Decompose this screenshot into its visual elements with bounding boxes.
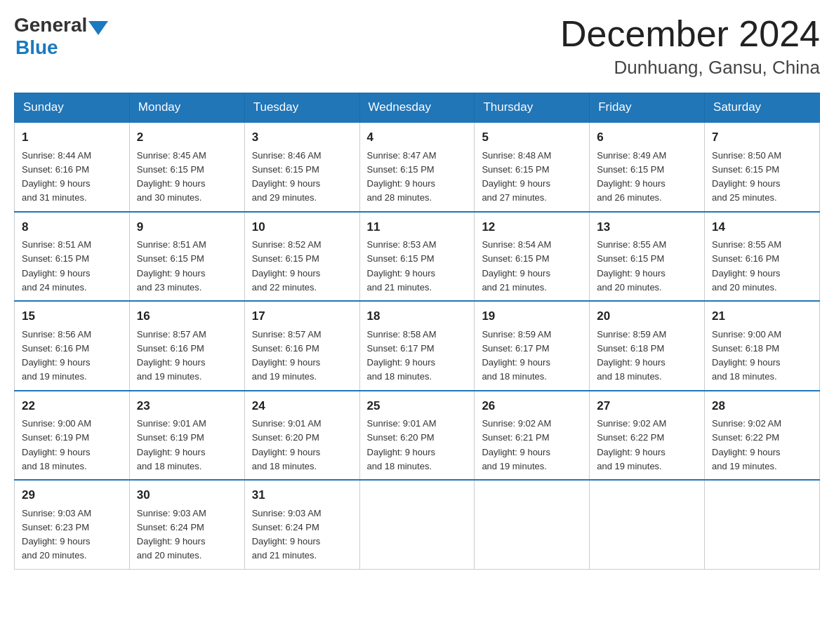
table-cell: 13 Sunrise: 8:55 AMSunset: 6:15 PMDaylig… [590, 212, 705, 302]
header-tuesday: Tuesday [244, 93, 359, 123]
day-number: 23 [137, 397, 237, 415]
day-number: 15 [22, 307, 122, 326]
table-cell: 12 Sunrise: 8:54 AMSunset: 6:15 PMDaylig… [475, 212, 590, 302]
table-cell: 31 Sunrise: 9:03 AMSunset: 6:24 PMDaylig… [244, 480, 359, 569]
page-header: General Blue December 2024 Dunhuang, Gan… [14, 14, 820, 79]
day-number: 22 [22, 397, 122, 415]
logo-general-text: General [14, 14, 87, 36]
day-info: Sunrise: 9:02 AMSunset: 6:22 PMDaylight:… [712, 418, 781, 471]
table-cell: 21 Sunrise: 9:00 AMSunset: 6:18 PMDaylig… [705, 301, 820, 391]
day-number: 20 [597, 307, 697, 326]
day-number: 28 [712, 397, 812, 415]
day-info: Sunrise: 8:47 AMSunset: 6:15 PMDaylight:… [367, 150, 437, 203]
day-info: Sunrise: 9:01 AMSunset: 6:19 PMDaylight:… [137, 418, 206, 471]
day-info: Sunrise: 9:02 AMSunset: 6:22 PMDaylight:… [597, 418, 666, 471]
day-number: 29 [22, 486, 122, 504]
day-number: 1 [22, 128, 122, 147]
day-info: Sunrise: 8:55 AMSunset: 6:15 PMDaylight:… [597, 239, 666, 293]
table-cell: 20 Sunrise: 8:59 AMSunset: 6:18 PMDaylig… [590, 301, 705, 391]
day-info: Sunrise: 8:45 AMSunset: 6:15 PMDaylight:… [137, 150, 206, 203]
table-cell: 18 Sunrise: 8:58 AMSunset: 6:17 PMDaylig… [359, 301, 475, 391]
header-thursday: Thursday [475, 93, 590, 123]
day-info: Sunrise: 9:00 AMSunset: 6:19 PMDaylight:… [22, 418, 91, 471]
location-title: Dunhuang, Gansu, China [560, 57, 820, 79]
table-cell: 1 Sunrise: 8:44 AMSunset: 6:16 PMDayligh… [15, 122, 130, 212]
table-cell: 2 Sunrise: 8:45 AMSunset: 6:15 PMDayligh… [129, 122, 244, 212]
table-cell: 9 Sunrise: 8:51 AMSunset: 6:15 PMDayligh… [129, 212, 244, 302]
day-info: Sunrise: 8:57 AMSunset: 6:16 PMDaylight:… [137, 329, 206, 382]
day-number: 12 [482, 218, 582, 236]
logo-blue-text: Blue [15, 36, 58, 58]
calendar-header-row: Sunday Monday Tuesday Wednesday Thursday… [15, 93, 820, 123]
table-cell: 25 Sunrise: 9:01 AMSunset: 6:20 PMDaylig… [359, 391, 475, 481]
header-saturday: Saturday [705, 93, 820, 123]
day-number: 18 [367, 307, 468, 326]
day-number: 3 [252, 128, 352, 147]
day-number: 16 [137, 307, 237, 326]
day-info: Sunrise: 8:54 AMSunset: 6:15 PMDaylight:… [482, 239, 551, 293]
week-row-1: 1 Sunrise: 8:44 AMSunset: 6:16 PMDayligh… [15, 122, 820, 212]
day-number: 8 [22, 218, 122, 236]
day-info: Sunrise: 9:02 AMSunset: 6:21 PMDaylight:… [482, 418, 551, 471]
day-number: 19 [482, 307, 582, 326]
table-cell: 26 Sunrise: 9:02 AMSunset: 6:21 PMDaylig… [475, 391, 590, 481]
table-cell: 10 Sunrise: 8:52 AMSunset: 6:15 PMDaylig… [244, 212, 359, 302]
day-info: Sunrise: 8:51 AMSunset: 6:15 PMDaylight:… [22, 239, 91, 293]
day-info: Sunrise: 9:00 AMSunset: 6:18 PMDaylight:… [712, 329, 781, 382]
day-info: Sunrise: 8:59 AMSunset: 6:17 PMDaylight:… [482, 329, 551, 382]
day-number: 11 [367, 218, 468, 236]
day-number: 27 [597, 397, 697, 415]
day-number: 30 [137, 486, 237, 504]
day-number: 14 [712, 218, 812, 236]
day-number: 31 [252, 486, 352, 504]
day-number: 24 [252, 397, 352, 415]
day-info: Sunrise: 8:52 AMSunset: 6:15 PMDaylight:… [252, 239, 322, 293]
day-info: Sunrise: 8:46 AMSunset: 6:15 PMDaylight:… [252, 150, 322, 203]
day-info: Sunrise: 8:53 AMSunset: 6:15 PMDaylight:… [367, 239, 437, 293]
table-cell: 6 Sunrise: 8:49 AMSunset: 6:15 PMDayligh… [590, 122, 705, 212]
day-number: 2 [137, 128, 237, 147]
header-friday: Friday [590, 93, 705, 123]
table-cell: 30 Sunrise: 9:03 AMSunset: 6:24 PMDaylig… [129, 480, 244, 569]
table-cell: 5 Sunrise: 8:48 AMSunset: 6:15 PMDayligh… [475, 122, 590, 212]
day-info: Sunrise: 8:57 AMSunset: 6:16 PMDaylight:… [252, 329, 322, 382]
header-wednesday: Wednesday [359, 93, 475, 123]
day-number: 26 [482, 397, 582, 415]
day-info: Sunrise: 9:03 AMSunset: 6:24 PMDaylight:… [252, 508, 322, 561]
calendar-table: Sunday Monday Tuesday Wednesday Thursday… [14, 93, 820, 570]
table-cell: 7 Sunrise: 8:50 AMSunset: 6:15 PMDayligh… [705, 122, 820, 212]
day-number: 4 [367, 128, 468, 147]
table-cell: 16 Sunrise: 8:57 AMSunset: 6:16 PMDaylig… [129, 301, 244, 391]
day-info: Sunrise: 9:01 AMSunset: 6:20 PMDaylight:… [367, 418, 437, 471]
day-info: Sunrise: 8:56 AMSunset: 6:16 PMDaylight:… [22, 329, 91, 382]
table-cell: 22 Sunrise: 9:00 AMSunset: 6:19 PMDaylig… [15, 391, 130, 481]
logo: General Blue [14, 14, 110, 59]
month-title: December 2024 [560, 14, 820, 54]
table-cell [705, 480, 820, 569]
day-info: Sunrise: 8:59 AMSunset: 6:18 PMDaylight:… [597, 329, 666, 382]
table-cell: 28 Sunrise: 9:02 AMSunset: 6:22 PMDaylig… [705, 391, 820, 481]
day-number: 17 [252, 307, 352, 326]
day-info: Sunrise: 8:55 AMSunset: 6:16 PMDaylight:… [712, 239, 781, 293]
table-cell [475, 480, 590, 569]
day-number: 5 [482, 128, 582, 147]
table-cell: 23 Sunrise: 9:01 AMSunset: 6:19 PMDaylig… [129, 391, 244, 481]
day-number: 10 [252, 218, 352, 236]
day-info: Sunrise: 8:58 AMSunset: 6:17 PMDaylight:… [367, 329, 437, 382]
day-info: Sunrise: 9:03 AMSunset: 6:23 PMDaylight:… [22, 508, 91, 561]
table-cell: 15 Sunrise: 8:56 AMSunset: 6:16 PMDaylig… [15, 301, 130, 391]
day-number: 6 [597, 128, 697, 147]
week-row-4: 22 Sunrise: 9:00 AMSunset: 6:19 PMDaylig… [15, 391, 820, 481]
day-number: 25 [367, 397, 468, 415]
table-cell: 14 Sunrise: 8:55 AMSunset: 6:16 PMDaylig… [705, 212, 820, 302]
week-row-3: 15 Sunrise: 8:56 AMSunset: 6:16 PMDaylig… [15, 301, 820, 391]
day-info: Sunrise: 9:01 AMSunset: 6:20 PMDaylight:… [252, 418, 322, 471]
day-number: 9 [137, 218, 237, 236]
day-info: Sunrise: 8:48 AMSunset: 6:15 PMDaylight:… [482, 150, 551, 203]
header-sunday: Sunday [15, 93, 130, 123]
table-cell [590, 480, 705, 569]
table-cell: 8 Sunrise: 8:51 AMSunset: 6:15 PMDayligh… [15, 212, 130, 302]
day-number: 13 [597, 218, 697, 236]
table-cell: 29 Sunrise: 9:03 AMSunset: 6:23 PMDaylig… [15, 480, 130, 569]
week-row-5: 29 Sunrise: 9:03 AMSunset: 6:23 PMDaylig… [15, 480, 820, 569]
